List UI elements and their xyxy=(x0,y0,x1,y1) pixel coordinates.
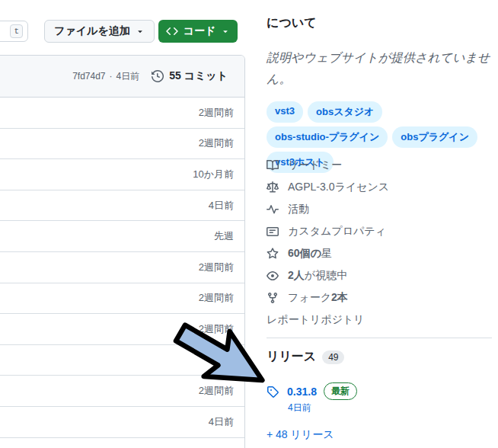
file-commit-date[interactable]: 2週間前 xyxy=(199,291,234,305)
latest-release-badge: 最新 xyxy=(324,382,357,400)
detail-label: AGPL-3.0ライセンス xyxy=(288,181,389,194)
latest-commit-bar: 7fd74d7 · 4日前 55 コミット xyxy=(0,56,244,98)
about-detail-item[interactable]: カスタムプロパティ xyxy=(267,220,493,242)
file-table-row[interactable]: 2週間前 xyxy=(0,283,244,315)
file-commit-date[interactable]: 10か月前 xyxy=(193,168,234,181)
file-table-row[interactable] xyxy=(0,438,244,448)
releases-heading[interactable]: リリース xyxy=(267,349,316,365)
latest-release-link[interactable]: 0.31.8 xyxy=(287,386,317,398)
note-icon xyxy=(267,226,279,238)
law-icon xyxy=(267,181,279,194)
file-table-row[interactable]: 2週間前 xyxy=(0,129,244,160)
file-table-row[interactable]: 10か月前 xyxy=(0,159,244,190)
github-repo-page: t ファイルを追加 コード 7fd74d7 · 4日前 55 コミット 2週間前… xyxy=(0,0,498,448)
code-icon xyxy=(166,25,178,37)
file-table-row[interactable]: 2週間前 xyxy=(0,314,244,345)
file-table-row[interactable]: 2週間前 xyxy=(0,252,244,283)
about-detail-item[interactable]: AGPL-3.0ライセンス xyxy=(267,176,493,198)
file-commit-date[interactable]: 2週間前 xyxy=(199,261,234,274)
commit-separator: · xyxy=(110,71,113,82)
tag-icon xyxy=(267,386,279,398)
file-commit-date[interactable]: 4日前 xyxy=(209,199,234,213)
chevron-down-icon xyxy=(136,27,145,36)
detail-label: 星 xyxy=(321,247,332,261)
file-table: 7fd74d7 · 4日前 55 コミット 2週間前2週間前10か月前4日前先週… xyxy=(0,55,245,448)
about-detail-item[interactable]: 60個の 星 xyxy=(267,242,493,264)
report-repository-link[interactable]: レポートリポジトリ xyxy=(267,313,365,327)
book-icon xyxy=(267,159,279,171)
commit-hash-link[interactable]: 7fd74d7 xyxy=(72,71,105,82)
pulse-icon xyxy=(267,203,279,216)
detail-label: 活動 xyxy=(288,203,309,216)
commit-count-link[interactable]: 55 コミット xyxy=(169,69,228,83)
topic-tag[interactable]: obs-studio-プラグイン xyxy=(267,126,388,148)
file-table-row[interactable]: 先週 xyxy=(0,221,244,252)
sidebar-divider xyxy=(267,338,492,338)
more-releases-link[interactable]: + 48 リリース xyxy=(267,428,334,442)
detail-label: リードミー xyxy=(288,158,342,172)
releases-count-badge: 49 xyxy=(322,350,344,364)
file-commit-date[interactable]: 2週間前 xyxy=(199,384,234,398)
history-icon xyxy=(152,70,164,82)
file-table-row[interactable]: 2週間前 xyxy=(0,376,244,407)
chevron-down-icon xyxy=(221,27,230,36)
add-file-button[interactable]: ファイルを追加 xyxy=(44,20,155,43)
eye-icon xyxy=(267,270,279,282)
detail-label: 2本 xyxy=(331,291,348,305)
topic-tag[interactable]: obsスタジオ xyxy=(308,101,382,123)
about-description: 説明やウェブサイトが提供されていません。 xyxy=(267,47,493,90)
file-commit-date[interactable]: 2週間前 xyxy=(199,136,234,150)
about-detail-item[interactable]: 活動 xyxy=(267,198,493,220)
add-file-label: ファイルを追加 xyxy=(54,24,130,38)
file-commit-date[interactable]: 4日前 xyxy=(209,415,234,429)
file-table-row[interactable]: 4日前 xyxy=(0,190,244,222)
latest-release-age: 4日前 xyxy=(288,402,311,414)
detail-label: 60個の xyxy=(288,247,321,261)
detail-label: カスタムプロパティ xyxy=(288,225,386,238)
commit-age: 4日前 xyxy=(117,70,140,83)
star-icon xyxy=(267,248,279,260)
file-table-row[interactable]: 2週間前 xyxy=(0,98,244,129)
topic-tag[interactable]: obsプラグイン xyxy=(392,126,477,148)
fork-icon xyxy=(267,292,279,304)
file-list: 2週間前2週間前10か月前4日前先週2週間前2週間前2週間前2週間前4日前 xyxy=(0,98,244,448)
repo-sidebar: について 説明やウェブサイトが提供されていません。 vst3obsスタジオobs… xyxy=(267,0,495,448)
about-detail-item[interactable]: フォーク2本 xyxy=(267,286,493,309)
detail-label: が視聴中 xyxy=(305,269,347,283)
file-commit-date[interactable]: 先週 xyxy=(214,229,234,243)
about-detail-item[interactable]: リードミー xyxy=(267,154,493,176)
file-commit-date[interactable]: 2週間前 xyxy=(199,106,234,120)
about-heading: について xyxy=(267,15,317,31)
file-table-row[interactable] xyxy=(0,345,244,376)
detail-label: フォーク xyxy=(288,291,331,305)
file-commit-date[interactable]: 2週間前 xyxy=(199,322,234,336)
code-button[interactable]: コード xyxy=(158,20,238,43)
goto-file-input[interactable]: t xyxy=(0,21,28,42)
about-detail-item[interactable]: 2人 が視聴中 xyxy=(267,264,493,286)
detail-label: 2人 xyxy=(288,269,305,283)
topic-tag[interactable]: vst3 xyxy=(267,101,303,123)
code-button-label: コード xyxy=(184,24,216,38)
goto-file-shortcut-key: t xyxy=(10,24,23,38)
file-table-row[interactable]: 4日前 xyxy=(0,407,244,438)
about-details: リードミーAGPL-3.0ライセンス活動カスタムプロパティ60個の 星2人 が視… xyxy=(267,154,493,309)
